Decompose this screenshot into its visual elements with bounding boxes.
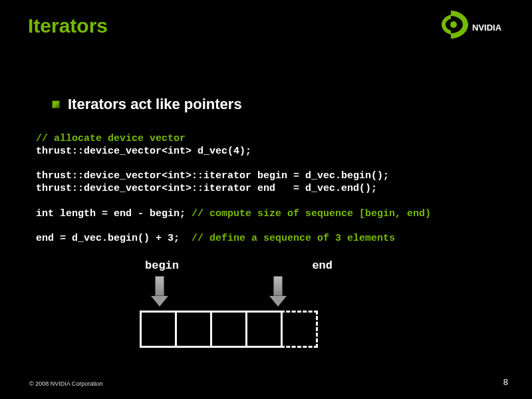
code-comment: // compute size of sequence [begin, end) <box>192 208 431 219</box>
vector-boxes <box>100 311 366 348</box>
code-line: thrust::device_vector<int>::iterator end… <box>36 183 377 194</box>
copyright: © 2008 NVIDIA Corporation <box>29 380 103 387</box>
diagram-label-begin: begin <box>145 259 179 272</box>
diagram-label-end: end <box>312 259 332 272</box>
code-comment: // define a sequence of 3 elements <box>192 233 395 244</box>
code-line: d_vec(4); <box>192 146 251 157</box>
diagram: begin end <box>100 259 366 348</box>
code-comment: // allocate device vector <box>36 133 186 144</box>
code-block: // allocate device vector thrust::device… <box>36 133 431 245</box>
svg-point-0 <box>450 21 457 28</box>
vector-cell <box>140 311 177 348</box>
page-number: 8 <box>503 377 508 387</box>
vector-cell <box>175 311 212 348</box>
vector-cell <box>245 311 283 348</box>
vector-cell-end <box>281 311 318 348</box>
code-line: thrust::device_vector<int>::iterator beg… <box>36 170 389 182</box>
code-keyword: int <box>36 208 54 219</box>
code-line: length = end - begin; <box>54 208 192 219</box>
arrow-end <box>271 276 285 307</box>
arrow-begin <box>153 276 166 307</box>
logo-text: NVIDIA <box>472 23 502 33</box>
bullet-icon <box>52 100 60 108</box>
nvidia-logo: NVIDIA <box>439 11 512 39</box>
bullet-text: Iterators act like pointers <box>68 96 242 113</box>
vector-cell <box>210 311 247 348</box>
bullet-row: Iterators act like pointers <box>52 96 242 113</box>
code-line: thrust::device_vector<int> <box>36 146 192 157</box>
slide-title: Iterators <box>28 15 108 37</box>
code-line: end = d_vec.begin() + 3; <box>36 233 192 244</box>
